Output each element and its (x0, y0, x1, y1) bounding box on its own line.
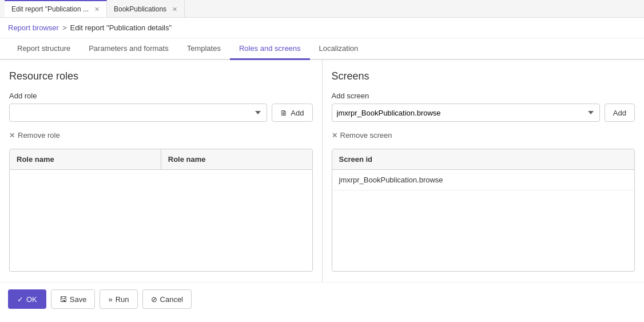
tab-bar: Edit report "Publication ... ✕ BookPubli… (0, 0, 644, 18)
screen-dropdown[interactable]: jmxrpr_BookPublication.browse (332, 104, 600, 122)
main-content: Resource roles Add role 🗎 Add ✕ Remove r… (0, 60, 644, 282)
cancel-button[interactable]: ⊘ Cancel (142, 289, 192, 309)
screen-col-header: Screen id (332, 149, 635, 170)
add-screen-row: jmxrpr_BookPublication.browse Add (332, 104, 635, 122)
save-button[interactable]: 🖫 Save (51, 289, 96, 309)
run-icon: » (108, 295, 112, 304)
add-screen-section: Add screen jmxrpr_BookPublication.browse… (332, 92, 635, 122)
tab-roles-and-screens[interactable]: Roles and screens (230, 38, 310, 60)
run-button[interactable]: » Run (100, 289, 137, 309)
tab-report-structure[interactable]: Report structure (8, 38, 79, 60)
cancel-icon: ⊘ (151, 295, 157, 304)
tab-templates[interactable]: Templates (178, 38, 230, 60)
roles-table-header: Role name Role name (10, 149, 312, 170)
resource-roles-title: Resource roles (9, 70, 313, 82)
tab-parameters-and-formats[interactable]: Parameters and formats (79, 38, 177, 60)
role-dropdown[interactable] (9, 104, 267, 122)
tab-book-publications-label: BookPublications (114, 5, 166, 13)
screens-empty-area (332, 190, 635, 236)
roles-table: Role name Role name (9, 149, 313, 272)
add-screen-button[interactable]: Add (605, 104, 635, 122)
tab-localization[interactable]: Localization (310, 38, 368, 60)
remove-screen-label: Remove screen (340, 131, 392, 140)
remove-screen-x-icon: ✕ (332, 132, 337, 140)
screens-title: Screens (332, 70, 635, 82)
tab-edit-report-close[interactable]: ✕ (94, 6, 100, 13)
remove-role-x-icon: ✕ (9, 132, 15, 140)
breadcrumb-separator: > (62, 23, 67, 32)
breadcrumb: Report browser > Edit report "Publicatio… (0, 18, 644, 38)
ok-button[interactable]: ✓ OK (8, 289, 46, 309)
checkmark-icon: ✓ (17, 295, 23, 304)
role-col-2: Role name (161, 149, 312, 169)
screens-table: Screen id jmxrpr_BookPublication.browse (332, 149, 635, 272)
screen-row-0[interactable]: jmxrpr_BookPublication.browse (332, 170, 635, 190)
footer: ✓ OK 🖫 Save » Run ⊘ Cancel (0, 282, 644, 316)
screens-panel: Screens Add screen jmxrpr_BookPublicatio… (323, 60, 645, 282)
add-screen-label: Add screen (332, 92, 635, 100)
screens-table-body: jmxrpr_BookPublication.browse (332, 170, 635, 236)
add-role-button[interactable]: 🗎 Add (272, 104, 312, 122)
file-icon: 🗎 (280, 109, 288, 117)
role-col-1: Role name (10, 149, 161, 169)
nav-tabs: Report structure Parameters and formats … (0, 38, 644, 60)
remove-role-action[interactable]: ✕ Remove role (9, 129, 313, 142)
tab-edit-report-label: Edit report "Publication ... (11, 5, 89, 13)
add-role-section: Add role 🗎 Add (9, 92, 313, 122)
tab-edit-report[interactable]: Edit report "Publication ... ✕ (5, 0, 107, 17)
tab-book-publications[interactable]: BookPublications ✕ (107, 0, 185, 17)
add-role-row: 🗎 Add (9, 104, 313, 122)
resource-roles-panel: Resource roles Add role 🗎 Add ✕ Remove r… (0, 60, 323, 282)
breadcrumb-link[interactable]: Report browser (8, 23, 59, 32)
remove-screen-action[interactable]: ✕ Remove screen (332, 129, 635, 142)
remove-role-label: Remove role (18, 131, 60, 140)
save-icon: 🖫 (59, 295, 67, 304)
tab-book-publications-close[interactable]: ✕ (172, 6, 177, 13)
breadcrumb-current: Edit report "Publication details" (70, 23, 172, 32)
add-role-label: Add role (9, 92, 313, 100)
